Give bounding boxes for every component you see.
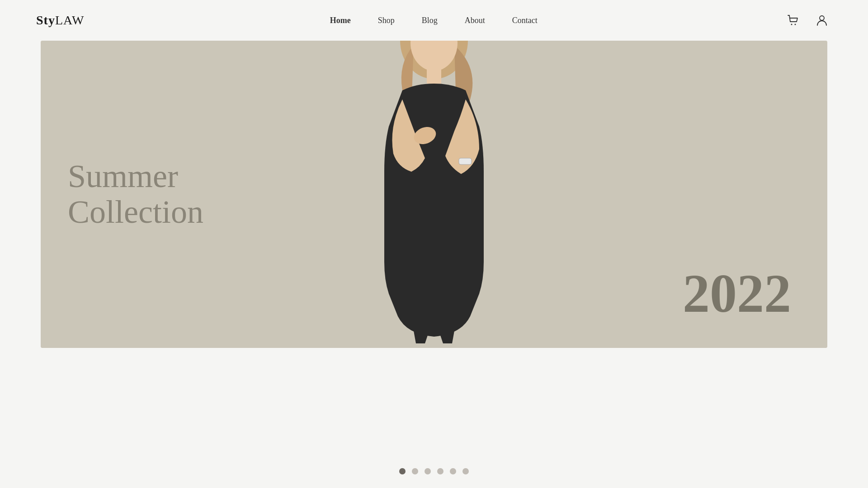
logo-text: StyLAW xyxy=(36,13,84,27)
nav-item-contact[interactable]: Contact xyxy=(512,16,538,25)
header: StyLAW Home Shop Blog About Contact xyxy=(0,0,868,41)
model-figure xyxy=(326,41,542,348)
slideshow-dots xyxy=(399,468,469,474)
nav-item-about[interactable]: About xyxy=(465,16,485,25)
svg-point-2 xyxy=(820,16,824,20)
banner-title-line2: Collection xyxy=(68,194,203,230)
svg-point-1 xyxy=(795,24,796,25)
hero-banner: Summer Collection xyxy=(41,41,827,348)
banner-text: Summer Collection xyxy=(68,159,203,230)
nav-item-shop[interactable]: Shop xyxy=(378,16,395,25)
dot-2[interactable] xyxy=(412,468,418,474)
svg-rect-7 xyxy=(459,158,472,164)
nav-item-blog[interactable]: Blog xyxy=(422,16,438,25)
user-icon xyxy=(815,14,829,27)
user-button[interactable] xyxy=(812,10,832,30)
dot-1[interactable] xyxy=(399,468,406,474)
banner-title-line1: Summer xyxy=(68,159,203,194)
main-nav: Home Shop Blog About Contact xyxy=(330,16,538,25)
svg-rect-5 xyxy=(427,66,441,84)
dot-5[interactable] xyxy=(450,468,456,474)
cart-button[interactable] xyxy=(783,10,803,30)
dot-6[interactable] xyxy=(462,468,469,474)
model-svg xyxy=(326,41,542,348)
header-icons xyxy=(783,10,832,30)
dot-3[interactable] xyxy=(425,468,431,474)
dot-4[interactable] xyxy=(437,468,443,474)
svg-point-0 xyxy=(791,24,793,25)
logo[interactable]: StyLAW xyxy=(36,13,84,28)
banner-year: 2022 xyxy=(683,267,791,321)
nav-item-home[interactable]: Home xyxy=(330,16,351,25)
cart-icon xyxy=(786,14,800,27)
